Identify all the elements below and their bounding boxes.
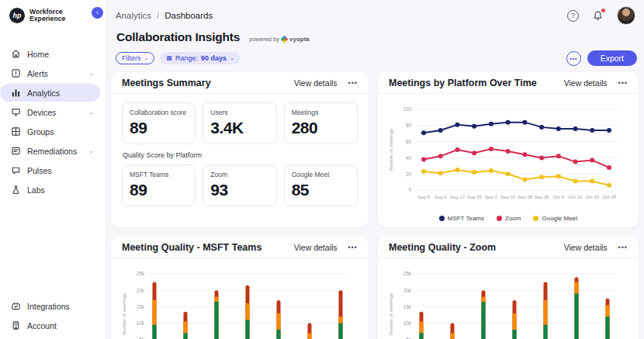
export-button[interactable]: Export [587, 50, 637, 66]
svg-text:Sep 26: Sep 26 [535, 195, 550, 199]
svg-text:Aug 8: Aug 8 [417, 195, 430, 199]
card-menu-icon[interactable]: ••• [348, 79, 358, 87]
topbar-icons: ? [567, 6, 635, 25]
filters-chip[interactable]: Filters ⌄ [116, 52, 154, 64]
view-details-link[interactable]: View details [564, 243, 608, 252]
card-title: Meetings Summary [122, 78, 211, 88]
sidebar-item-pulses[interactable]: Pulses [0, 161, 100, 179]
alert-square-icon [11, 68, 21, 78]
card-quality-msft-teams: Meeting Quality - MSFT Teams View detail… [111, 237, 369, 339]
svg-text:80: 80 [406, 123, 412, 128]
monitor-icon [11, 107, 21, 117]
sidebar-item-labs[interactable]: Labs [0, 181, 100, 199]
powered-by: powered by vyopta [249, 36, 310, 43]
chevron-down-icon: ⌄ [88, 109, 94, 116]
svg-text:20k: 20k [137, 288, 145, 293]
help-icon[interactable]: ? [567, 10, 579, 22]
bar-chart-icon [11, 88, 21, 98]
card-header: Meetings Summary View details ••• [111, 72, 369, 94]
more-actions-button[interactable]: ••• [566, 51, 581, 66]
stat-tile-msft-teams: MSFT Teams 89 [122, 164, 196, 206]
sidebar-footer: Integrations Account [0, 297, 106, 339]
svg-text:Aug 9: Aug 9 [435, 195, 447, 199]
card-menu-icon[interactable]: ••• [618, 79, 628, 87]
chevron-down-icon: ⌄ [88, 147, 94, 154]
card-header: Meetings by Platform Over Time View deta… [378, 72, 639, 94]
bar-chart-body: 5k10k15k20k25kNumber of meetings [378, 258, 639, 339]
brand-name: Workforce Experience [29, 9, 65, 23]
breadcrumb-separator: / [157, 11, 159, 20]
view-details-link[interactable]: View details [564, 78, 608, 88]
home-icon [11, 49, 21, 59]
svg-text:40: 40 [406, 155, 412, 161]
avatar[interactable] [617, 6, 635, 25]
card-quality-zoom: Meeting Quality - Zoom View details ••• … [378, 237, 639, 339]
stat-value: 93 [210, 181, 268, 199]
svg-text:20: 20 [406, 171, 412, 177]
sidebar-item-integrations[interactable]: Integrations [0, 297, 100, 315]
stat-value: 85 [292, 181, 350, 199]
card-menu-icon[interactable]: ••• [348, 244, 358, 251]
controls-row: Filters ⌄ ▦ Range: 90 days ⌄ ••• Export [111, 49, 639, 72]
main-content: Analytics / Dashboards ? Collaboration I… [107, 0, 644, 339]
dashboard-grid: Meetings Summary View details ••• Collab… [111, 72, 639, 339]
chevron-down-icon: ⌄ [230, 55, 234, 61]
hp-logo-icon: hp [9, 8, 25, 23]
card-menu-icon[interactable]: ••• [618, 244, 628, 251]
stacked-bar-chart-zoom: 5k10k15k20k25kNumber of meetings [387, 261, 623, 339]
card-meetings-summary: Meetings Summary View details ••• Collab… [111, 72, 369, 227]
sidebar-item-analytics[interactable]: Analytics [0, 84, 100, 102]
breadcrumb-analytics[interactable]: Analytics [116, 11, 151, 20]
range-value: 90 days [201, 54, 227, 62]
svg-text:0: 0 [408, 187, 411, 192]
clipboard-icon [11, 146, 21, 156]
sidebar-item-groups[interactable]: Groups [0, 123, 100, 140]
notification-dot [601, 9, 605, 12]
grid-icon [11, 126, 21, 137]
sidebar-item-remediations[interactable]: Remediations ⌄ [0, 142, 100, 160]
sidebar-item-account[interactable]: Account [0, 317, 100, 334]
stat-tile-google-meet: Google Meet 85 [284, 164, 358, 206]
svg-text:Number of meetings: Number of meetings [389, 129, 393, 171]
sidebar: hp Workforce Experience ‹ Home Alerts ⌄ … [0, 0, 107, 339]
legend-dot-icon [439, 216, 445, 221]
notifications-button[interactable] [592, 10, 604, 22]
stat-value: 89 [130, 119, 188, 137]
stacked-bar-chart-msft: 5k10k15k20k25kNumber of meetings [120, 261, 356, 339]
sidebar-item-label: Remediations [27, 147, 77, 156]
breadcrumb: Analytics / Dashboards [116, 11, 213, 20]
building-icon [11, 320, 21, 330]
quality-score-section-label: Quality Score by Platform [123, 151, 357, 159]
svg-text:25k: 25k [403, 271, 412, 276]
line-chart: 020406080100Aug 8Aug 9Aug 17Aug 25Sep 2S… [387, 97, 626, 213]
sidebar-item-devices[interactable]: Devices ⌄ [0, 103, 100, 121]
stat-value: 89 [130, 181, 188, 199]
card-platform-over-time: Meetings by Platform Over Time View deta… [378, 72, 639, 227]
legend-item: Zoom [497, 215, 521, 222]
sidebar-item-alerts[interactable]: Alerts ⌄ [0, 64, 100, 82]
page-title: Collaboration Insights [116, 30, 240, 44]
line-chart-body: 020406080100Aug 8Aug 9Aug 17Aug 25Sep 2S… [378, 94, 639, 222]
svg-text:10k: 10k [137, 320, 145, 326]
svg-text:20k: 20k [403, 288, 412, 293]
sidebar-item-label: Home [27, 50, 49, 59]
legend-dot-icon [533, 216, 538, 221]
card-header: Meeting Quality - Zoom View details ••• [378, 237, 639, 258]
title-row: Collaboration Insights powered by vyopta [111, 25, 639, 49]
svg-text:15k: 15k [137, 304, 145, 310]
range-chip[interactable]: ▦ Range: 90 days ⌄ [160, 52, 241, 64]
vyopta-brand: vyopta [289, 36, 310, 43]
svg-text:Oct 28: Oct 28 [602, 195, 616, 199]
sidebar-collapse-button[interactable]: ‹ [92, 7, 103, 19]
sidebar-item-home[interactable]: Home [0, 45, 100, 63]
summary-body: Collaboration score 89 Users 3.4K Meetin… [111, 94, 369, 206]
svg-text:Sep 10: Sep 10 [500, 195, 516, 199]
svg-text:Oct 12: Oct 12 [569, 195, 583, 199]
svg-text:Aug 25: Aug 25 [467, 195, 483, 199]
chat-icon [11, 165, 21, 175]
stat-tile-zoom: Zoom 93 [203, 164, 276, 206]
view-details-link[interactable]: View details [294, 78, 338, 88]
svg-text:Sep 18: Sep 18 [518, 195, 533, 199]
card-title: Meeting Quality - Zoom [389, 242, 496, 253]
view-details-link[interactable]: View details [294, 243, 338, 252]
